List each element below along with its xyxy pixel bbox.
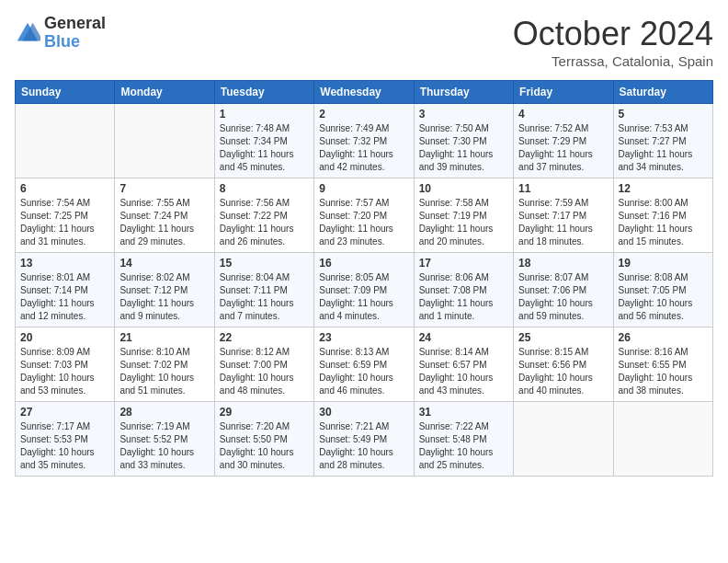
calendar-cell: 29Sunrise: 7:20 AM Sunset: 5:50 PM Dayli… — [214, 402, 313, 477]
day-number: 29 — [220, 406, 309, 419]
calendar-cell: 30Sunrise: 7:21 AM Sunset: 5:49 PM Dayli… — [314, 402, 414, 477]
calendar-header-row: SundayMondayTuesdayWednesdayThursdayFrid… — [16, 81, 713, 104]
day-number: 18 — [518, 257, 608, 270]
calendar-cell: 6Sunrise: 7:54 AM Sunset: 7:25 PM Daylig… — [16, 178, 115, 253]
day-number: 13 — [20, 257, 109, 270]
day-number: 22 — [220, 331, 309, 344]
calendar-cell: 22Sunrise: 8:12 AM Sunset: 7:00 PM Dayli… — [214, 327, 313, 402]
day-info: Sunrise: 7:58 AM Sunset: 7:19 PM Dayligh… — [419, 197, 508, 248]
day-number: 12 — [619, 182, 708, 195]
month-title: October 2024 — [513, 15, 713, 53]
day-info: Sunrise: 7:49 AM Sunset: 7:32 PM Dayligh… — [319, 122, 408, 174]
calendar-cell: 24Sunrise: 8:14 AM Sunset: 6:57 PM Dayli… — [414, 327, 513, 402]
title-block: October 2024 Terrassa, Catalonia, Spain — [513, 15, 713, 69]
calendar-cell: 25Sunrise: 8:15 AM Sunset: 6:56 PM Dayli… — [514, 327, 613, 402]
calendar-cell: 18Sunrise: 8:07 AM Sunset: 7:06 PM Dayli… — [514, 253, 613, 327]
calendar-cell: 1Sunrise: 7:48 AM Sunset: 7:34 PM Daylig… — [214, 104, 313, 178]
calendar-cell: 15Sunrise: 8:04 AM Sunset: 7:11 PM Dayli… — [214, 253, 313, 327]
calendar-cell: 3Sunrise: 7:50 AM Sunset: 7:30 PM Daylig… — [414, 104, 513, 178]
location-subtitle: Terrassa, Catalonia, Spain — [513, 53, 713, 69]
column-header-tuesday: Tuesday — [214, 81, 313, 104]
day-number: 21 — [119, 331, 209, 344]
day-number: 4 — [518, 108, 608, 121]
day-info: Sunrise: 8:06 AM Sunset: 7:08 PM Dayligh… — [419, 271, 508, 323]
day-info: Sunrise: 7:21 AM Sunset: 5:49 PM Dayligh… — [319, 420, 408, 472]
day-info: Sunrise: 7:59 AM Sunset: 7:17 PM Dayligh… — [518, 197, 608, 248]
day-info: Sunrise: 7:48 AM Sunset: 7:34 PM Dayligh… — [220, 122, 309, 174]
day-info: Sunrise: 7:22 AM Sunset: 5:48 PM Dayligh… — [419, 420, 508, 472]
day-info: Sunrise: 7:20 AM Sunset: 5:50 PM Dayligh… — [220, 420, 309, 472]
logo-icon — [15, 20, 40, 46]
day-number: 25 — [518, 331, 608, 344]
day-number: 31 — [419, 406, 508, 419]
day-info: Sunrise: 8:10 AM Sunset: 7:02 PM Dayligh… — [119, 346, 209, 397]
calendar-cell: 27Sunrise: 7:17 AM Sunset: 5:53 PM Dayli… — [16, 402, 115, 477]
day-number: 2 — [319, 108, 408, 121]
calendar-week-row: 20Sunrise: 8:09 AM Sunset: 7:03 PM Dayli… — [16, 327, 713, 402]
day-number: 11 — [518, 182, 608, 195]
day-number: 8 — [220, 182, 309, 195]
day-info: Sunrise: 8:12 AM Sunset: 7:00 PM Dayligh… — [220, 346, 309, 397]
day-number: 20 — [20, 331, 109, 344]
calendar-cell: 21Sunrise: 8:10 AM Sunset: 7:02 PM Dayli… — [115, 327, 214, 402]
column-header-friday: Friday — [514, 81, 613, 104]
calendar-cell — [613, 402, 712, 477]
day-info: Sunrise: 7:19 AM Sunset: 5:52 PM Dayligh… — [119, 420, 209, 472]
day-info: Sunrise: 8:16 AM Sunset: 6:55 PM Dayligh… — [619, 346, 708, 397]
calendar-week-row: 1Sunrise: 7:48 AM Sunset: 7:34 PM Daylig… — [16, 104, 713, 178]
calendar-cell: 14Sunrise: 8:02 AM Sunset: 7:12 PM Dayli… — [115, 253, 214, 327]
calendar-cell: 12Sunrise: 8:00 AM Sunset: 7:16 PM Dayli… — [613, 178, 712, 253]
day-info: Sunrise: 7:54 AM Sunset: 7:25 PM Dayligh… — [20, 197, 109, 248]
calendar-week-row: 6Sunrise: 7:54 AM Sunset: 7:25 PM Daylig… — [16, 178, 713, 253]
column-header-saturday: Saturday — [613, 81, 712, 104]
day-number: 1 — [220, 108, 309, 121]
calendar-cell — [514, 402, 613, 477]
day-number: 17 — [419, 257, 508, 270]
day-number: 5 — [619, 108, 708, 121]
day-number: 7 — [119, 182, 209, 195]
calendar-cell: 31Sunrise: 7:22 AM Sunset: 5:48 PM Dayli… — [414, 402, 513, 477]
day-number: 26 — [619, 331, 708, 344]
calendar-cell: 11Sunrise: 7:59 AM Sunset: 7:17 PM Dayli… — [514, 178, 613, 253]
calendar-cell: 5Sunrise: 7:53 AM Sunset: 7:27 PM Daylig… — [613, 104, 712, 178]
day-number: 27 — [20, 406, 109, 419]
calendar-week-row: 13Sunrise: 8:01 AM Sunset: 7:14 PM Dayli… — [16, 253, 713, 327]
day-info: Sunrise: 7:17 AM Sunset: 5:53 PM Dayligh… — [20, 420, 109, 472]
calendar-table: SundayMondayTuesdayWednesdayThursdayFrid… — [15, 80, 713, 477]
calendar-cell: 2Sunrise: 7:49 AM Sunset: 7:32 PM Daylig… — [314, 104, 414, 178]
calendar-cell — [115, 104, 214, 178]
calendar-cell: 26Sunrise: 8:16 AM Sunset: 6:55 PM Dayli… — [613, 327, 712, 402]
logo: General Blue — [15, 15, 106, 52]
calendar-cell: 16Sunrise: 8:05 AM Sunset: 7:09 PM Dayli… — [314, 253, 414, 327]
day-number: 9 — [319, 182, 408, 195]
day-info: Sunrise: 8:00 AM Sunset: 7:16 PM Dayligh… — [619, 197, 708, 248]
day-info: Sunrise: 8:09 AM Sunset: 7:03 PM Dayligh… — [20, 346, 109, 397]
column-header-wednesday: Wednesday — [314, 81, 414, 104]
day-info: Sunrise: 7:55 AM Sunset: 7:24 PM Dayligh… — [119, 197, 209, 248]
day-info: Sunrise: 7:56 AM Sunset: 7:22 PM Dayligh… — [220, 197, 309, 248]
column-header-monday: Monday — [115, 81, 214, 104]
calendar-cell: 20Sunrise: 8:09 AM Sunset: 7:03 PM Dayli… — [16, 327, 115, 402]
day-number: 28 — [119, 406, 209, 419]
day-info: Sunrise: 7:53 AM Sunset: 7:27 PM Dayligh… — [619, 122, 708, 174]
day-number: 24 — [419, 331, 508, 344]
calendar-cell: 13Sunrise: 8:01 AM Sunset: 7:14 PM Dayli… — [16, 253, 115, 327]
calendar-cell: 4Sunrise: 7:52 AM Sunset: 7:29 PM Daylig… — [514, 104, 613, 178]
calendar-cell: 19Sunrise: 8:08 AM Sunset: 7:05 PM Dayli… — [613, 253, 712, 327]
logo-general: General — [44, 15, 106, 33]
day-number: 19 — [619, 257, 708, 270]
day-info: Sunrise: 7:50 AM Sunset: 7:30 PM Dayligh… — [419, 122, 508, 174]
day-info: Sunrise: 8:02 AM Sunset: 7:12 PM Dayligh… — [119, 271, 209, 323]
day-info: Sunrise: 8:08 AM Sunset: 7:05 PM Dayligh… — [619, 271, 708, 323]
calendar-cell: 8Sunrise: 7:56 AM Sunset: 7:22 PM Daylig… — [214, 178, 313, 253]
day-number: 14 — [119, 257, 209, 270]
calendar-cell: 10Sunrise: 7:58 AM Sunset: 7:19 PM Dayli… — [414, 178, 513, 253]
calendar-week-row: 27Sunrise: 7:17 AM Sunset: 5:53 PM Dayli… — [16, 402, 713, 477]
day-number: 30 — [319, 406, 408, 419]
column-header-sunday: Sunday — [16, 81, 115, 104]
day-info: Sunrise: 7:57 AM Sunset: 7:20 PM Dayligh… — [319, 197, 408, 248]
day-number: 16 — [319, 257, 408, 270]
page-header: General Blue October 2024 Terrassa, Cata… — [15, 15, 713, 69]
day-number: 3 — [419, 108, 508, 121]
day-info: Sunrise: 7:52 AM Sunset: 7:29 PM Dayligh… — [518, 122, 608, 174]
